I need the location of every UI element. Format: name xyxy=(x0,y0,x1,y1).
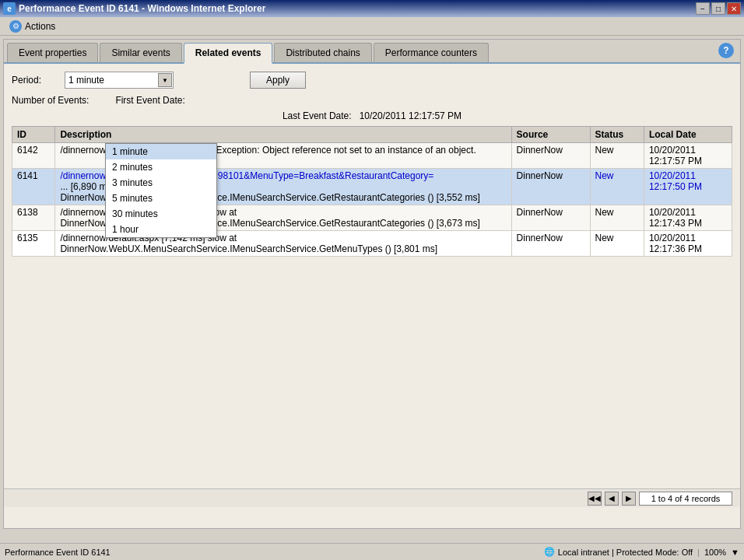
actions-menu[interactable]: ⚙ Actions xyxy=(3,18,61,35)
next-page-button[interactable]: ▶ xyxy=(622,492,636,506)
pagination-bar: ◀◀ ◀ ▶ 1 to 4 of 4 records xyxy=(4,488,740,507)
status-separator: | xyxy=(697,548,700,557)
period-option-30min[interactable]: 30 minutes xyxy=(106,206,216,222)
prev-page-button[interactable]: ◀ xyxy=(605,492,619,506)
status-text: Performance Event ID 6141 xyxy=(5,548,111,557)
num-events-stat: Number of Events: xyxy=(12,95,92,106)
tabs-bar: Event properties Similar events Related … xyxy=(4,40,740,64)
tab-event-properties[interactable]: Event properties xyxy=(7,43,98,62)
period-option-1hour[interactable]: 1 hour xyxy=(106,222,216,237)
actions-label: Actions xyxy=(25,21,55,32)
ie-icon: e xyxy=(3,2,16,15)
title-bar-left: e Performance Event ID 6141 - Windows In… xyxy=(3,2,265,15)
cell-id: 6142 xyxy=(12,143,55,169)
cell-id: 6138 xyxy=(12,205,55,231)
status-zone: 🌐 Local intranet | Protected Mode: Off xyxy=(544,547,693,557)
menu-bar: ⚙ Actions xyxy=(0,17,744,36)
close-button[interactable]: ✕ xyxy=(727,2,741,15)
first-event-label: First Event Date: xyxy=(115,95,184,106)
period-row: Period: ▼ Apply xyxy=(12,72,732,89)
cell-local-date: 10/20/201112:17:57 PM xyxy=(644,143,732,169)
cell-status: New xyxy=(590,169,644,205)
num-events-label: Number of Events: xyxy=(12,95,89,106)
cell-status: New xyxy=(590,143,644,169)
cell-local-date: 10/20/201112:17:50 PM xyxy=(644,169,732,205)
cell-id: 6141 xyxy=(12,169,55,205)
status-bar: Performance Event ID 6141 🌐 Local intran… xyxy=(0,543,744,560)
zoom-label: 100% xyxy=(704,548,726,557)
cell-source: DinnerNow xyxy=(511,169,590,205)
cell-local-date: 10/20/201112:17:36 PM xyxy=(644,231,732,257)
tab-related-events[interactable]: Related events xyxy=(184,43,273,64)
actions-icon: ⚙ xyxy=(9,20,22,33)
title-bar-buttons[interactable]: − □ ✕ xyxy=(696,2,741,15)
content-panel: Period: ▼ Apply 1 minute 2 minutes 3 min… xyxy=(4,64,740,527)
cell-source: DinnerNow xyxy=(511,231,590,257)
last-event-value: 10/20/2011 12:17:57 PM xyxy=(360,110,461,121)
period-label: Period: xyxy=(12,75,58,86)
col-header-id: ID xyxy=(12,127,55,143)
table-header-row: ID Description Source Status Local Date xyxy=(12,127,732,143)
tab-performance-counters[interactable]: Performance counters xyxy=(374,43,489,62)
date-link[interactable]: 10/20/201112:17:50 PM xyxy=(649,170,702,192)
window-title: Performance Event ID 6141 - Windows Inte… xyxy=(19,3,265,14)
col-header-status: Status xyxy=(590,127,644,143)
apply-button[interactable]: Apply xyxy=(250,72,306,89)
cell-status: New xyxy=(590,205,644,231)
last-event-row: Last Event Date: 10/20/2011 12:17:57 PM xyxy=(12,110,732,121)
period-option-3min[interactable]: 3 minutes xyxy=(106,175,216,191)
minimize-button[interactable]: − xyxy=(696,2,710,15)
zone-text: Local intranet | Protected Mode: Off xyxy=(558,548,693,557)
cell-source: DinnerNow xyxy=(511,143,590,169)
col-header-description: Description xyxy=(55,127,511,143)
last-event-label: Last Event Date: xyxy=(283,110,352,121)
tab-distributed-chains[interactable]: Distributed chains xyxy=(274,43,371,62)
period-option-2min[interactable]: 2 minutes xyxy=(106,159,216,175)
col-header-source: Source xyxy=(511,127,590,143)
zoom-arrow-icon[interactable]: ▼ xyxy=(731,548,739,557)
first-event-stat: First Event Date: xyxy=(115,95,188,106)
page-info: 1 to 4 of 4 records xyxy=(639,492,732,506)
main-container: Event properties Similar events Related … xyxy=(3,39,741,529)
maximize-button[interactable]: □ xyxy=(711,2,725,15)
cell-id: 6135 xyxy=(12,231,55,257)
stats-row: Number of Events: First Event Date: xyxy=(12,95,732,106)
period-select-wrapper: ▼ xyxy=(65,72,174,89)
period-dropdown[interactable]: 1 minute 2 minutes 3 minutes 5 minutes 3… xyxy=(105,143,217,238)
help-icon[interactable]: ? xyxy=(718,43,734,58)
period-option-1min[interactable]: 1 minute xyxy=(106,144,216,159)
col-header-local-date: Local Date xyxy=(644,127,732,143)
zone-icon: 🌐 xyxy=(544,547,555,557)
period-option-5min[interactable]: 5 minutes xyxy=(106,191,216,206)
period-input[interactable] xyxy=(65,72,174,89)
status-link[interactable]: New xyxy=(595,170,614,181)
cell-status: New xyxy=(590,231,644,257)
tab-similar-events[interactable]: Similar events xyxy=(100,43,181,62)
cell-source: DinnerNow xyxy=(511,205,590,231)
cell-local-date: 10/20/201112:17:43 PM xyxy=(644,205,732,231)
first-page-button[interactable]: ◀◀ xyxy=(588,492,602,506)
status-right: 🌐 Local intranet | Protected Mode: Off |… xyxy=(544,547,739,557)
title-bar: e Performance Event ID 6141 - Windows In… xyxy=(0,0,744,17)
